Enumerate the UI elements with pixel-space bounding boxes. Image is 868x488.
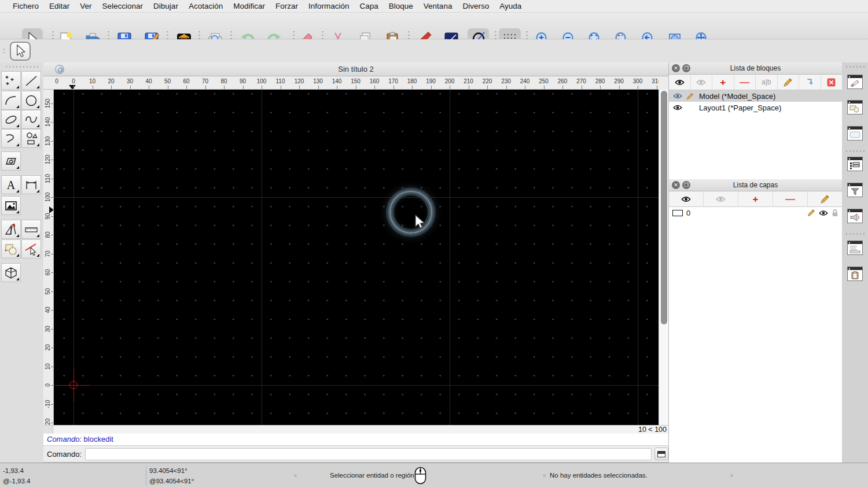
cad-tools-button[interactable]: [1, 220, 21, 239]
eye-off-icon: [716, 194, 726, 204]
block-name: Model (*Model_Space): [699, 92, 775, 101]
command-window-toggle-button[interactable]: [654, 448, 668, 460]
pencil-icon: [686, 93, 694, 100]
lock-icon[interactable]: [832, 209, 838, 217]
text-tool-button[interactable]: A: [1, 175, 21, 194]
menu-forzar[interactable]: Forzar: [270, 2, 303, 10]
drag-handle: [845, 150, 865, 152]
dock-clipboard-button[interactable]: [846, 265, 864, 283]
ruler-h-tick: [262, 86, 262, 89]
remove-block-button[interactable]: —: [734, 75, 756, 90]
menu-acotacion[interactable]: Acotación: [183, 2, 228, 10]
ruler-v-label: 140: [45, 117, 51, 127]
drawing-window-titlebar[interactable]: Sin título 2: [43, 62, 668, 76]
ellipse-tool-button[interactable]: [1, 110, 21, 129]
command-input[interactable]: [85, 448, 652, 460]
modify-tools-button[interactable]: [1, 239, 21, 258]
vertical-scrollbar-thumb[interactable]: [661, 91, 667, 324]
menu-diverso[interactable]: Diverso: [457, 2, 494, 10]
line-tool-button[interactable]: [21, 71, 41, 90]
polyline-tool-button[interactable]: [1, 129, 21, 148]
ruler-h-tick: [506, 86, 507, 89]
menu-dibujar[interactable]: Dibujar: [148, 2, 183, 10]
ruler-h-tick: [149, 86, 149, 89]
float-panel-icon[interactable]: ❐: [682, 64, 690, 72]
grid-scale-indicator: 10 < 100: [638, 426, 667, 434]
vertical-scrollbar[interactable]: [659, 90, 668, 425]
layer-list-toolbar: + —: [669, 191, 842, 207]
eye-icon[interactable]: [819, 210, 828, 216]
polygon-tools-button[interactable]: [21, 129, 41, 148]
ruler-h-label: 220: [483, 78, 492, 84]
dock-command-button[interactable]: [846, 239, 864, 257]
hide-all-layers-button[interactable]: [704, 191, 738, 206]
hatch-tool-button[interactable]: [1, 151, 21, 171]
menu-ventana[interactable]: Ventana: [418, 2, 458, 10]
menu-seleccionar[interactable]: Seleccionar: [97, 2, 149, 10]
block-list-item[interactable]: Layout1 (*Paper_Space): [669, 102, 842, 113]
menu-fichero[interactable]: Fichero: [8, 2, 44, 10]
menu-bloque[interactable]: Bloque: [384, 2, 418, 10]
dock-filter-button[interactable]: [846, 181, 864, 199]
select-entity-button[interactable]: [21, 239, 41, 258]
dock-modify-button[interactable]: [846, 98, 864, 116]
edit-block-button[interactable]: [778, 75, 800, 90]
layer-list-item[interactable]: 0: [669, 207, 842, 219]
menu-modificar[interactable]: Modificar: [228, 2, 270, 10]
layer-color-swatch: [672, 210, 683, 216]
show-all-layers-button[interactable]: [669, 191, 704, 206]
menu-capa[interactable]: Capa: [355, 2, 384, 10]
drawing-canvas[interactable]: [54, 90, 659, 425]
block-list-title: Lista de bloques: [730, 64, 781, 72]
command-prompt-label: Comando:: [47, 450, 82, 459]
edit-layer-button[interactable]: [808, 191, 842, 206]
menu-informacion[interactable]: Información: [303, 2, 355, 10]
spline-tool-button[interactable]: [21, 110, 41, 129]
block-list-item[interactable]: Model (*Model_Space): [669, 90, 842, 102]
arc-tool-button[interactable]: [1, 91, 21, 110]
menu-editar[interactable]: Editar: [44, 2, 75, 10]
ruler-h-label: 130: [313, 78, 323, 84]
ruler-h-label: 70: [202, 78, 208, 84]
dock-preview-button[interactable]: [846, 124, 864, 142]
close-icon[interactable]: ✕: [672, 64, 680, 72]
eye-icon: [673, 93, 682, 99]
ruler-h-tick: [93, 86, 93, 89]
command-history: Comando: blockedit: [43, 434, 668, 446]
solid-3d-tool-button[interactable]: [1, 263, 21, 282]
show-all-blocks-button[interactable]: [669, 75, 691, 90]
dock-block-edit-button[interactable]: [846, 73, 864, 91]
ruler-h-label: 210: [464, 78, 473, 84]
menu-ayuda[interactable]: Ayuda: [494, 2, 527, 10]
dock-block-list-button[interactable]: [846, 155, 864, 173]
remove-layer-button[interactable]: —: [773, 191, 808, 206]
insert-block-button[interactable]: [799, 75, 821, 90]
cube-3d-icon: [4, 266, 18, 280]
block-visibility-toggle[interactable]: [671, 104, 684, 111]
clipboard-window-icon: [847, 267, 863, 281]
ruler-h-tick: [356, 86, 356, 89]
dimension-tool-button[interactable]: [21, 175, 41, 194]
measure-tool-button[interactable]: [21, 220, 41, 239]
delete-block-button[interactable]: [821, 75, 843, 90]
ruler-h-tick: [525, 86, 525, 89]
selection-pointer-button[interactable]: [10, 42, 31, 61]
ruler-v-label: 30: [45, 326, 51, 332]
points-tool-button[interactable]: [1, 71, 21, 90]
pencil-icon[interactable]: [807, 209, 815, 217]
add-block-button[interactable]: +: [712, 75, 734, 90]
cursor-y-marker: [49, 206, 54, 213]
ruler-h-label: 200: [445, 78, 455, 84]
close-icon[interactable]: ✕: [672, 181, 680, 189]
drawing-window-bottom-bar[interactable]: 10 < 100: [43, 425, 668, 434]
menu-ver[interactable]: Ver: [75, 2, 97, 10]
block-visibility-toggle[interactable]: [671, 93, 684, 99]
add-layer-button[interactable]: +: [738, 191, 773, 206]
circle-tool-button[interactable]: [21, 91, 41, 110]
dock-notify-button[interactable]: [846, 207, 864, 225]
drag-handle: [3, 48, 5, 54]
image-tool-button[interactable]: [1, 196, 21, 215]
rename-block-button[interactable]: a|b: [756, 75, 778, 90]
hide-all-blocks-button[interactable]: [691, 75, 713, 90]
float-panel-icon[interactable]: ❐: [682, 181, 690, 189]
